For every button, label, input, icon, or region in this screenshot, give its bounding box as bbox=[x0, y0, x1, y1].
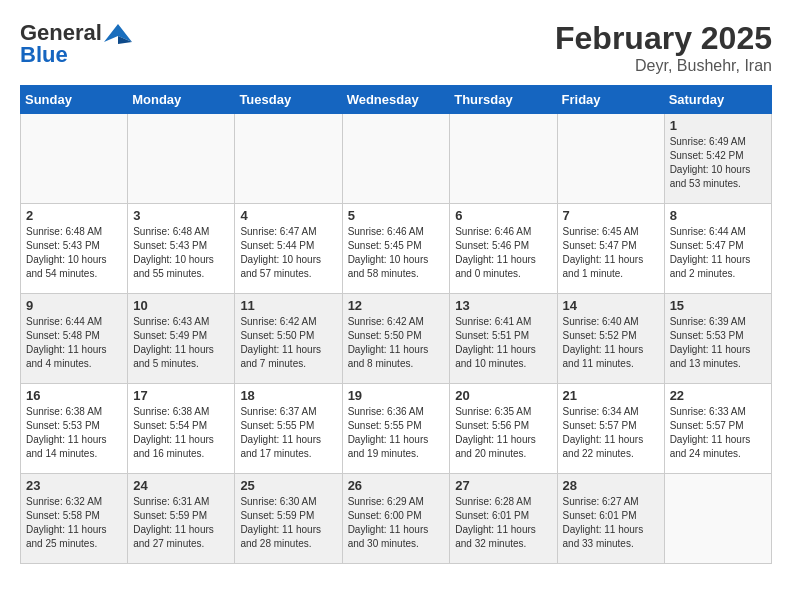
header: General Blue February 2025 Deyr, Bushehr… bbox=[20, 20, 772, 75]
day-number: 17 bbox=[133, 388, 229, 403]
table-row: 28Sunrise: 6:27 AM Sunset: 6:01 PM Dayli… bbox=[557, 474, 664, 564]
table-row bbox=[664, 474, 771, 564]
table-row: 10Sunrise: 6:43 AM Sunset: 5:49 PM Dayli… bbox=[128, 294, 235, 384]
day-number: 28 bbox=[563, 478, 659, 493]
day-number: 10 bbox=[133, 298, 229, 313]
day-info: Sunrise: 6:41 AM Sunset: 5:51 PM Dayligh… bbox=[455, 315, 551, 371]
col-monday: Monday bbox=[128, 86, 235, 114]
day-number: 11 bbox=[240, 298, 336, 313]
day-number: 14 bbox=[563, 298, 659, 313]
table-row: 5Sunrise: 6:46 AM Sunset: 5:45 PM Daylig… bbox=[342, 204, 450, 294]
day-info: Sunrise: 6:38 AM Sunset: 5:53 PM Dayligh… bbox=[26, 405, 122, 461]
day-info: Sunrise: 6:37 AM Sunset: 5:55 PM Dayligh… bbox=[240, 405, 336, 461]
calendar: Sunday Monday Tuesday Wednesday Thursday… bbox=[20, 85, 772, 564]
calendar-week-row: 9Sunrise: 6:44 AM Sunset: 5:48 PM Daylig… bbox=[21, 294, 772, 384]
logo-blue: Blue bbox=[20, 42, 68, 68]
table-row: 1Sunrise: 6:49 AM Sunset: 5:42 PM Daylig… bbox=[664, 114, 771, 204]
day-number: 4 bbox=[240, 208, 336, 223]
day-number: 2 bbox=[26, 208, 122, 223]
day-number: 25 bbox=[240, 478, 336, 493]
day-number: 12 bbox=[348, 298, 445, 313]
day-info: Sunrise: 6:48 AM Sunset: 5:43 PM Dayligh… bbox=[26, 225, 122, 281]
day-info: Sunrise: 6:46 AM Sunset: 5:45 PM Dayligh… bbox=[348, 225, 445, 281]
col-wednesday: Wednesday bbox=[342, 86, 450, 114]
day-info: Sunrise: 6:49 AM Sunset: 5:42 PM Dayligh… bbox=[670, 135, 766, 191]
month-title: February 2025 bbox=[555, 20, 772, 57]
day-number: 9 bbox=[26, 298, 122, 313]
day-number: 23 bbox=[26, 478, 122, 493]
col-saturday: Saturday bbox=[664, 86, 771, 114]
day-info: Sunrise: 6:46 AM Sunset: 5:46 PM Dayligh… bbox=[455, 225, 551, 281]
day-info: Sunrise: 6:44 AM Sunset: 5:48 PM Dayligh… bbox=[26, 315, 122, 371]
day-number: 15 bbox=[670, 298, 766, 313]
day-number: 27 bbox=[455, 478, 551, 493]
day-number: 5 bbox=[348, 208, 445, 223]
table-row: 14Sunrise: 6:40 AM Sunset: 5:52 PM Dayli… bbox=[557, 294, 664, 384]
table-row: 9Sunrise: 6:44 AM Sunset: 5:48 PM Daylig… bbox=[21, 294, 128, 384]
table-row bbox=[235, 114, 342, 204]
table-row: 22Sunrise: 6:33 AM Sunset: 5:57 PM Dayli… bbox=[664, 384, 771, 474]
day-number: 26 bbox=[348, 478, 445, 493]
table-row: 23Sunrise: 6:32 AM Sunset: 5:58 PM Dayli… bbox=[21, 474, 128, 564]
logo-icon bbox=[104, 22, 132, 44]
day-number: 3 bbox=[133, 208, 229, 223]
calendar-week-row: 16Sunrise: 6:38 AM Sunset: 5:53 PM Dayli… bbox=[21, 384, 772, 474]
table-row: 16Sunrise: 6:38 AM Sunset: 5:53 PM Dayli… bbox=[21, 384, 128, 474]
day-number: 6 bbox=[455, 208, 551, 223]
day-info: Sunrise: 6:35 AM Sunset: 5:56 PM Dayligh… bbox=[455, 405, 551, 461]
col-sunday: Sunday bbox=[21, 86, 128, 114]
calendar-week-row: 1Sunrise: 6:49 AM Sunset: 5:42 PM Daylig… bbox=[21, 114, 772, 204]
day-info: Sunrise: 6:29 AM Sunset: 6:00 PM Dayligh… bbox=[348, 495, 445, 551]
table-row: 19Sunrise: 6:36 AM Sunset: 5:55 PM Dayli… bbox=[342, 384, 450, 474]
table-row bbox=[557, 114, 664, 204]
day-info: Sunrise: 6:36 AM Sunset: 5:55 PM Dayligh… bbox=[348, 405, 445, 461]
day-number: 22 bbox=[670, 388, 766, 403]
title-area: February 2025 Deyr, Bushehr, Iran bbox=[555, 20, 772, 75]
day-info: Sunrise: 6:42 AM Sunset: 5:50 PM Dayligh… bbox=[240, 315, 336, 371]
day-info: Sunrise: 6:30 AM Sunset: 5:59 PM Dayligh… bbox=[240, 495, 336, 551]
col-thursday: Thursday bbox=[450, 86, 557, 114]
table-row: 11Sunrise: 6:42 AM Sunset: 5:50 PM Dayli… bbox=[235, 294, 342, 384]
table-row: 7Sunrise: 6:45 AM Sunset: 5:47 PM Daylig… bbox=[557, 204, 664, 294]
table-row: 15Sunrise: 6:39 AM Sunset: 5:53 PM Dayli… bbox=[664, 294, 771, 384]
day-info: Sunrise: 6:38 AM Sunset: 5:54 PM Dayligh… bbox=[133, 405, 229, 461]
day-number: 8 bbox=[670, 208, 766, 223]
col-friday: Friday bbox=[557, 86, 664, 114]
logo: General Blue bbox=[20, 20, 132, 68]
table-row: 27Sunrise: 6:28 AM Sunset: 6:01 PM Dayli… bbox=[450, 474, 557, 564]
subtitle: Deyr, Bushehr, Iran bbox=[555, 57, 772, 75]
day-info: Sunrise: 6:45 AM Sunset: 5:47 PM Dayligh… bbox=[563, 225, 659, 281]
table-row: 6Sunrise: 6:46 AM Sunset: 5:46 PM Daylig… bbox=[450, 204, 557, 294]
day-info: Sunrise: 6:47 AM Sunset: 5:44 PM Dayligh… bbox=[240, 225, 336, 281]
day-number: 13 bbox=[455, 298, 551, 313]
table-row: 26Sunrise: 6:29 AM Sunset: 6:00 PM Dayli… bbox=[342, 474, 450, 564]
table-row: 24Sunrise: 6:31 AM Sunset: 5:59 PM Dayli… bbox=[128, 474, 235, 564]
calendar-week-row: 23Sunrise: 6:32 AM Sunset: 5:58 PM Dayli… bbox=[21, 474, 772, 564]
day-info: Sunrise: 6:34 AM Sunset: 5:57 PM Dayligh… bbox=[563, 405, 659, 461]
table-row: 2Sunrise: 6:48 AM Sunset: 5:43 PM Daylig… bbox=[21, 204, 128, 294]
day-number: 1 bbox=[670, 118, 766, 133]
table-row: 21Sunrise: 6:34 AM Sunset: 5:57 PM Dayli… bbox=[557, 384, 664, 474]
col-tuesday: Tuesday bbox=[235, 86, 342, 114]
table-row: 8Sunrise: 6:44 AM Sunset: 5:47 PM Daylig… bbox=[664, 204, 771, 294]
calendar-week-row: 2Sunrise: 6:48 AM Sunset: 5:43 PM Daylig… bbox=[21, 204, 772, 294]
table-row bbox=[342, 114, 450, 204]
day-info: Sunrise: 6:33 AM Sunset: 5:57 PM Dayligh… bbox=[670, 405, 766, 461]
day-info: Sunrise: 6:28 AM Sunset: 6:01 PM Dayligh… bbox=[455, 495, 551, 551]
calendar-header-row: Sunday Monday Tuesday Wednesday Thursday… bbox=[21, 86, 772, 114]
table-row: 4Sunrise: 6:47 AM Sunset: 5:44 PM Daylig… bbox=[235, 204, 342, 294]
day-info: Sunrise: 6:32 AM Sunset: 5:58 PM Dayligh… bbox=[26, 495, 122, 551]
day-info: Sunrise: 6:44 AM Sunset: 5:47 PM Dayligh… bbox=[670, 225, 766, 281]
table-row bbox=[21, 114, 128, 204]
day-number: 24 bbox=[133, 478, 229, 493]
table-row: 18Sunrise: 6:37 AM Sunset: 5:55 PM Dayli… bbox=[235, 384, 342, 474]
table-row: 3Sunrise: 6:48 AM Sunset: 5:43 PM Daylig… bbox=[128, 204, 235, 294]
day-info: Sunrise: 6:31 AM Sunset: 5:59 PM Dayligh… bbox=[133, 495, 229, 551]
table-row bbox=[450, 114, 557, 204]
table-row: 20Sunrise: 6:35 AM Sunset: 5:56 PM Dayli… bbox=[450, 384, 557, 474]
day-info: Sunrise: 6:27 AM Sunset: 6:01 PM Dayligh… bbox=[563, 495, 659, 551]
day-number: 18 bbox=[240, 388, 336, 403]
table-row bbox=[128, 114, 235, 204]
table-row: 25Sunrise: 6:30 AM Sunset: 5:59 PM Dayli… bbox=[235, 474, 342, 564]
table-row: 13Sunrise: 6:41 AM Sunset: 5:51 PM Dayli… bbox=[450, 294, 557, 384]
